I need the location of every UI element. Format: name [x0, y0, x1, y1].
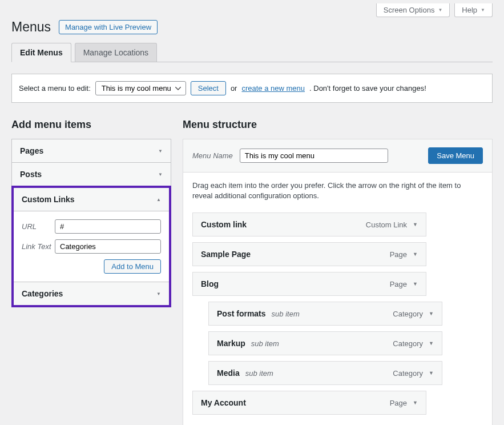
chevron-down-icon: ▼: [158, 172, 163, 177]
select-prompt: Select a menu to edit:: [19, 84, 91, 93]
menu-item[interactable]: Custom linkCustom Link▼: [192, 213, 426, 236]
menu-name-label: Menu Name: [192, 151, 233, 160]
help-button[interactable]: Help ▼: [454, 3, 493, 17]
chevron-down-icon: ▼: [438, 7, 442, 13]
menu-item-type: Category: [393, 310, 423, 318]
menu-item-type: Category: [393, 369, 423, 378]
menu-dropdown[interactable]: This is my cool menu: [95, 81, 186, 95]
menu-item-type: Page: [390, 280, 407, 288]
help-label: Help: [462, 6, 477, 14]
menu-item-type: Custom Link: [366, 220, 407, 229]
menu-item-title: Blog: [201, 279, 219, 288]
save-menu-button[interactable]: Save Menu: [428, 147, 483, 164]
add-to-menu-button[interactable]: Add to Menu: [104, 259, 161, 274]
accordion-categories[interactable]: Categories ▼: [14, 282, 169, 305]
live-preview-button[interactable]: Manage with Live Preview: [59, 20, 158, 34]
url-input[interactable]: [55, 219, 161, 234]
link-text-label: Link Text: [22, 242, 55, 251]
chevron-down-icon: ▼: [158, 149, 163, 154]
sub-item-label: sub item: [245, 369, 273, 378]
accordion-posts[interactable]: Posts ▼: [12, 163, 171, 186]
menu-item-title: Markup: [217, 339, 245, 348]
menu-item-title: Sample Page: [201, 250, 251, 259]
screen-options-label: Screen Options: [384, 6, 435, 14]
menu-name-input[interactable]: [240, 149, 388, 163]
screen-options-button[interactable]: Screen Options ▼: [376, 3, 450, 17]
menu-item[interactable]: Mediasub itemCategory▼: [208, 361, 442, 385]
menu-items-list: Custom linkCustom Link▼Sample PagePage▼B…: [192, 213, 483, 415]
link-text-input[interactable]: [55, 239, 161, 254]
structure-heading: Menu structure: [183, 119, 493, 131]
menu-item[interactable]: Markupsub itemCategory▼: [208, 331, 442, 355]
tab-manage-locations[interactable]: Manage Locations: [75, 43, 157, 62]
menu-item[interactable]: Sample PagePage▼: [192, 242, 426, 266]
accordion-pages[interactable]: Pages ▼: [12, 139, 171, 163]
chevron-down-icon[interactable]: ▼: [413, 222, 418, 227]
menu-item-title: My Account: [201, 398, 246, 407]
menu-item-title: Custom link: [201, 220, 247, 229]
chevron-down-icon[interactable]: ▼: [429, 370, 434, 376]
url-label: URL: [22, 222, 55, 231]
select-button[interactable]: Select: [191, 81, 226, 95]
add-items-heading: Add menu items: [11, 119, 171, 131]
sub-item-label: sub item: [251, 339, 279, 348]
menu-item-type: Page: [390, 250, 407, 259]
instructions-text: Drag each item into the order you prefer…: [192, 181, 483, 201]
menu-item-title: Post formats: [217, 309, 266, 318]
chevron-down-icon[interactable]: ▼: [413, 400, 418, 406]
menu-item[interactable]: BlogPage▼: [192, 272, 426, 296]
chevron-down-icon[interactable]: ▼: [413, 251, 418, 257]
select-suffix: . Don't forget to save your changes!: [309, 84, 426, 93]
chevron-up-icon: ▲: [156, 197, 161, 202]
menu-select-bar: Select a menu to edit: This is my cool m…: [11, 74, 493, 103]
page-title: Menus: [11, 19, 51, 35]
create-new-menu-link[interactable]: create a new menu: [241, 84, 305, 93]
tabs: Edit Menus Manage Locations: [11, 43, 493, 62]
chevron-down-icon: ▼: [156, 291, 161, 296]
chevron-down-icon[interactable]: ▼: [429, 311, 434, 316]
chevron-down-icon[interactable]: ▼: [413, 281, 418, 287]
menu-item-type: Category: [393, 339, 423, 348]
sub-item-label: sub item: [272, 310, 300, 318]
tab-edit-menus[interactable]: Edit Menus: [11, 43, 71, 62]
or-text: or: [231, 84, 237, 93]
accordion-custom-links[interactable]: Custom Links ▲: [14, 188, 169, 211]
menu-item[interactable]: My AccountPage▼: [192, 391, 426, 415]
menu-item[interactable]: Post formatssub itemCategory▼: [208, 302, 442, 326]
menu-item-title: Media: [217, 368, 240, 378]
chevron-down-icon[interactable]: ▼: [429, 340, 434, 346]
menu-item-type: Page: [390, 399, 407, 407]
chevron-down-icon: ▼: [481, 7, 485, 13]
